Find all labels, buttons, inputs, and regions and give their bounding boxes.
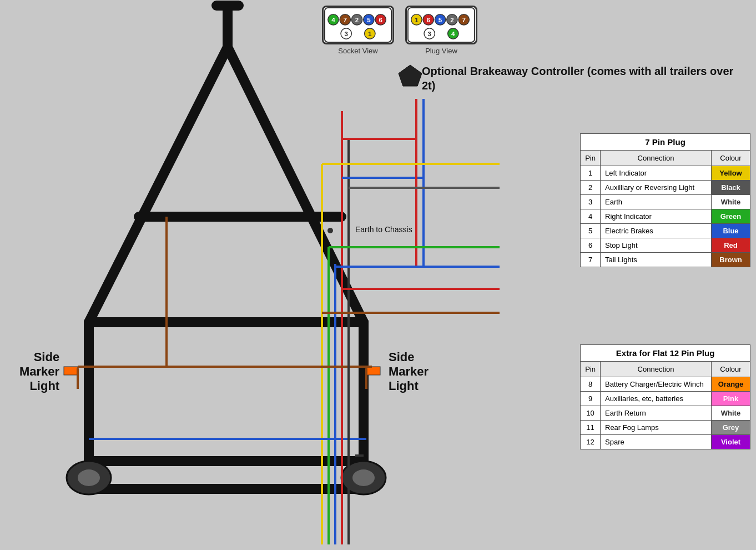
- seven-pin-header-connection: Connection: [601, 151, 712, 166]
- earth-chassis-label: Earth to Chassis: [355, 225, 412, 234]
- trailer-diagram: [0, 0, 500, 550]
- table-row: 12 Spare Violet: [581, 435, 750, 449]
- connection-name: Earth: [601, 195, 712, 209]
- connection-name: Rear Fog Lamps: [601, 421, 712, 435]
- colour-cell: Black: [712, 181, 750, 195]
- table-row: 10 Earth Return White: [581, 406, 750, 421]
- seven-pin-table: 7 Pin Plug Pin Connection Colour 1 Left …: [580, 133, 750, 267]
- flat12-header-pin: Pin: [581, 362, 601, 377]
- flat12-header-colour: Colour: [712, 362, 750, 377]
- table-row: 3 Earth White: [581, 195, 750, 209]
- colour-cell: Orange: [712, 377, 750, 392]
- connection-name: Right Indicator: [601, 209, 712, 224]
- colour-cell: Yellow: [712, 166, 750, 181]
- colour-cell: Violet: [712, 435, 750, 449]
- table-row: 11 Rear Fog Lamps Grey: [581, 421, 750, 435]
- pin-number: 10: [581, 406, 601, 421]
- svg-line-32: [228, 47, 364, 322]
- connection-name: Tail Lights: [601, 253, 712, 267]
- seven-pin-header-pin: Pin: [581, 151, 601, 166]
- colour-cell: White: [712, 195, 750, 209]
- connection-name: Spare: [601, 435, 712, 449]
- table-row: 9 Auxiliaries, etc, batteries Pink: [581, 392, 750, 406]
- pin-number: 5: [581, 224, 601, 238]
- table-row: 5 Electric Brakes Blue: [581, 224, 750, 238]
- side-marker-left-label: Side Marker Light: [19, 350, 59, 393]
- colour-cell: White: [712, 406, 750, 421]
- svg-point-44: [352, 469, 375, 486]
- connection-name: Electric Brakes: [601, 224, 712, 238]
- connection-name: Earth Return: [601, 406, 712, 421]
- table-row: 4 Right Indicator Green: [581, 209, 750, 224]
- pin-number: 8: [581, 377, 601, 392]
- svg-line-31: [89, 47, 228, 322]
- connection-name: Battery Charger/Electric Winch: [601, 377, 712, 392]
- table-row: 1 Left Indicator Yellow: [581, 166, 750, 181]
- colour-cell: Green: [712, 209, 750, 224]
- svg-point-42: [78, 469, 100, 486]
- svg-rect-45: [64, 367, 78, 375]
- pin-number: 1: [581, 166, 601, 181]
- connection-name: Stop Light: [601, 238, 712, 253]
- pin-number: 4: [581, 209, 601, 224]
- seven-pin-header-colour: Colour: [712, 151, 750, 166]
- connection-name: Auxilliary or Reversing Light: [601, 181, 712, 195]
- table-row: 2 Auxilliary or Reversing Light Black: [581, 181, 750, 195]
- pin-number: 11: [581, 421, 601, 435]
- connection-name: Auxiliaries, etc, batteries: [601, 392, 712, 406]
- pin-number: 3: [581, 195, 601, 209]
- side-marker-right-label: Side Marker Light: [389, 350, 429, 393]
- table-row: 7 Tail Lights Brown: [581, 253, 750, 267]
- table-row: 8 Battery Charger/Electric Winch Orange: [581, 377, 750, 392]
- colour-cell: Brown: [712, 253, 750, 267]
- pin-number: 9: [581, 392, 601, 406]
- svg-rect-46: [366, 367, 380, 375]
- colour-cell: Red: [712, 238, 750, 253]
- connection-name: Left Indicator: [601, 166, 712, 181]
- flat12-title: Extra for Flat 12 Pin Plug: [581, 345, 750, 362]
- seven-pin-title: 7 Pin Plug: [581, 134, 750, 151]
- pin-number: 12: [581, 435, 601, 449]
- svg-point-47: [327, 228, 333, 233]
- pin-number: 2: [581, 181, 601, 195]
- pin-number: 6: [581, 238, 601, 253]
- colour-cell: Blue: [712, 224, 750, 238]
- flat12-table-container: Extra for Flat 12 Pin Plug Pin Connectio…: [580, 344, 750, 449]
- colour-cell: Grey: [712, 421, 750, 435]
- seven-pin-table-container: 7 Pin Plug Pin Connection Colour 1 Left …: [580, 133, 750, 267]
- flat12-header-connection: Connection: [601, 362, 712, 377]
- flat12-table: Extra for Flat 12 Pin Plug Pin Connectio…: [580, 344, 750, 449]
- table-row: 6 Stop Light Red: [581, 238, 750, 253]
- colour-cell: Pink: [712, 392, 750, 406]
- pin-number: 7: [581, 253, 601, 267]
